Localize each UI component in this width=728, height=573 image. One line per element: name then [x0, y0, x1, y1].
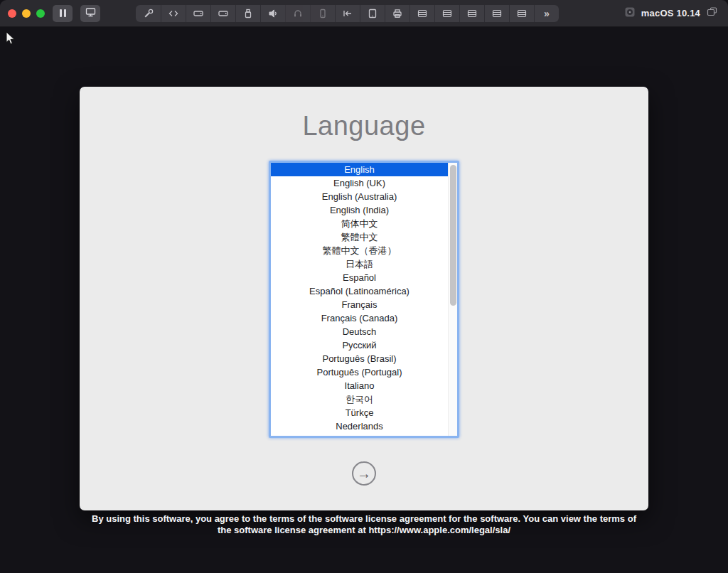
titlebar: » macOS 10.14 [0, 0, 728, 27]
installer-window: Language English English (UK) English (A… [80, 87, 648, 510]
list-item[interactable]: Português (Brasil) [271, 352, 448, 365]
scrollbar-thumb[interactable] [450, 165, 456, 306]
list-item[interactable]: Español [271, 271, 448, 284]
window-controls [0, 9, 45, 18]
list-item[interactable]: English (Australia) [271, 190, 448, 203]
list-item[interactable]: English [271, 163, 448, 176]
language-rows: English English (UK) English (Australia)… [271, 163, 448, 433]
vm-screen: » macOS 10.14 Language [0, 0, 728, 573]
display-capture-icon [85, 6, 97, 21]
smartphone-icon[interactable] [310, 5, 335, 22]
network-5-icon[interactable] [509, 5, 534, 22]
list-item[interactable]: Русский [271, 338, 448, 352]
headset-icon[interactable] [285, 5, 310, 22]
close-button[interactable] [8, 9, 16, 18]
minimize-button[interactable] [22, 9, 31, 18]
list-item[interactable]: Türkçe [271, 406, 448, 419]
drive-icon[interactable] [186, 5, 210, 22]
list-item[interactable]: English (India) [271, 203, 448, 217]
list-item[interactable]: 한국어 [271, 392, 448, 406]
list-item[interactable]: 繁體中文 [271, 230, 448, 244]
list-item[interactable]: Deutsch [271, 325, 448, 338]
license-text: By using this software, you agree to the… [86, 513, 642, 535]
list-item[interactable]: Español (Latinoamérica) [271, 284, 448, 298]
drive-2-icon[interactable] [210, 5, 235, 22]
continue-button[interactable]: → [352, 461, 376, 486]
language-listbox[interactable]: English English (UK) English (Australia)… [269, 161, 459, 438]
mouse-cursor [6, 31, 16, 48]
pause-icon [60, 9, 66, 17]
speaker-icon[interactable] [260, 5, 285, 22]
list-item[interactable]: Français (Canada) [271, 311, 448, 325]
list-item[interactable]: Italiano [271, 379, 448, 392]
display-window-icon[interactable] [706, 6, 718, 21]
display-capture-button[interactable] [80, 5, 100, 22]
wrench-icon[interactable] [136, 5, 161, 22]
scrollbar[interactable] [448, 163, 457, 436]
list-item[interactable]: English (UK) [271, 176, 448, 190]
code-icon[interactable] [161, 5, 186, 22]
vm-name-label: macOS 10.14 [641, 8, 700, 18]
toolbar-overflow-icon[interactable]: » [534, 5, 559, 22]
network-2-icon[interactable] [434, 5, 459, 22]
page-title: Language [80, 111, 648, 141]
list-item[interactable]: 日本語 [271, 257, 448, 271]
pause-button[interactable] [53, 5, 73, 22]
network-4-icon[interactable] [484, 5, 509, 22]
eject-icon[interactable] [335, 5, 360, 22]
vm-toolbar: » [136, 5, 559, 22]
tablet-icon[interactable] [360, 5, 385, 22]
printer-icon[interactable] [385, 5, 410, 22]
vm-os-disc-icon [624, 6, 636, 21]
network-1-icon[interactable] [410, 5, 434, 22]
list-item[interactable]: 简体中文 [271, 217, 448, 230]
list-item[interactable]: Français [271, 298, 448, 311]
list-item[interactable]: 繁體中文（香港） [271, 244, 448, 257]
network-3-icon[interactable] [459, 5, 484, 22]
license-notice: By using this software, you agree to the… [0, 513, 728, 535]
zoom-button[interactable] [36, 9, 45, 18]
right-arrow-icon: → [357, 466, 371, 482]
usb-drive-icon[interactable] [235, 5, 260, 22]
list-item[interactable]: Português (Portugal) [271, 365, 448, 379]
list-item[interactable]: Nederlands [271, 419, 448, 433]
